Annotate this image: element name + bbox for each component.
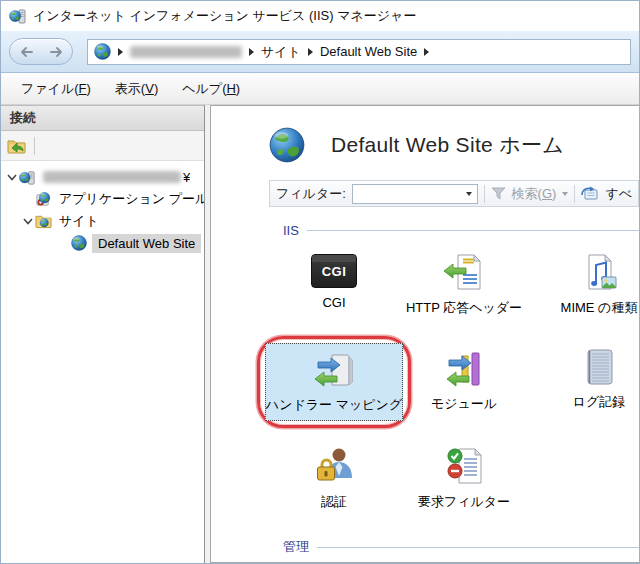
filterbar-separator xyxy=(574,185,575,203)
navigation-toolbar: サイト Default Web Site xyxy=(1,31,639,73)
server-icon xyxy=(19,169,36,186)
forward-button[interactable] xyxy=(49,45,65,59)
sites-folder-icon xyxy=(35,214,52,229)
server-name-blurred xyxy=(43,171,181,183)
search-close: ) xyxy=(552,186,556,201)
tree-node-sites[interactable]: サイト xyxy=(1,210,204,232)
feature-authentication[interactable]: 認証 xyxy=(269,434,399,522)
feature-mime-types-label: MIME の種類 xyxy=(561,299,638,317)
section-iis: IIS xyxy=(283,223,639,238)
red-highlight-annotation: ハンドラー マッピング xyxy=(257,336,411,428)
request-filtering-icon xyxy=(444,446,484,486)
connections-panel: 接続 xyxy=(1,105,205,563)
window-title: インターネット インフォメーション サービス (IIS) マネージャー xyxy=(33,7,416,25)
menu-help-close: ) xyxy=(236,81,240,96)
chevron-down-icon[interactable] xyxy=(21,214,35,228)
sites-label: サイト xyxy=(59,212,99,230)
tree-node-server[interactable]: ¥ xyxy=(1,166,204,188)
page-title: Default Web Site ホーム xyxy=(331,131,564,159)
feature-grid-row2: ハンドラー マッピング xyxy=(269,330,639,434)
breadcrumb-arrow-icon[interactable] xyxy=(249,48,254,56)
section-divider xyxy=(317,547,639,548)
feature-modules[interactable]: モジュール xyxy=(399,330,529,418)
application-pools-label: アプリケーション プール xyxy=(59,190,204,208)
feature-cgi-label: CGI xyxy=(322,295,345,310)
menu-file[interactable]: ファイル(F) xyxy=(11,76,101,102)
show-all-button[interactable]: すべ xyxy=(605,185,632,203)
section-management-label: 管理 xyxy=(283,538,309,556)
breadcrumb-globe-icon xyxy=(94,43,111,60)
feature-request-filtering[interactable]: 要求フィルター xyxy=(399,434,529,522)
section-iis-label: IIS xyxy=(283,223,299,238)
menu-view-text: 表示( xyxy=(115,81,145,96)
feature-grid-row3: 認証 xyxy=(269,434,639,522)
show-all-icon xyxy=(581,186,599,201)
breadcrumb-default-web-site[interactable]: Default Web Site xyxy=(320,44,417,59)
connections-toolbar xyxy=(1,131,204,161)
connections-header: 接続 xyxy=(1,105,204,131)
filter-combobox[interactable] xyxy=(352,184,478,204)
feature-modules-label: モジュール xyxy=(431,395,497,413)
menu-file-close: ) xyxy=(87,81,91,96)
section-management: 管理 xyxy=(283,538,639,556)
breadcrumb-arrow-icon[interactable] xyxy=(308,48,313,56)
feature-mime-types[interactable]: MIME の種類 xyxy=(529,242,639,330)
feature-handler-mappings-cell: ハンドラー マッピング xyxy=(269,330,399,428)
connections-tree: ¥ アプリケーション プール xyxy=(1,161,204,563)
filter-label: フィルター: xyxy=(276,185,346,203)
feature-http-response-headers-label: HTTP 応答ヘッダー xyxy=(406,299,522,317)
cgi-icon: CGI xyxy=(311,254,357,288)
mime-types-icon xyxy=(579,254,619,292)
filter-funnel-icon xyxy=(491,187,506,200)
main-panel: Default Web Site ホーム フィルター: 検索(G) xyxy=(210,105,639,563)
app-icon xyxy=(9,7,27,25)
menu-help[interactable]: ヘルプ(H) xyxy=(172,76,250,102)
toolbar-separator xyxy=(34,137,35,155)
search-dropdown-icon[interactable] xyxy=(562,192,568,196)
feature-authentication-label: 認証 xyxy=(321,493,347,511)
site-globe-icon xyxy=(71,235,87,251)
authentication-icon xyxy=(314,446,354,486)
menu-file-text: ファイル( xyxy=(21,81,79,96)
menu-view[interactable]: 表示(V) xyxy=(105,76,168,102)
menu-file-key: F xyxy=(79,81,87,96)
feature-logging-label: ログ記録 xyxy=(573,393,626,411)
logging-icon xyxy=(582,348,616,386)
breadcrumb-arrow-icon[interactable] xyxy=(118,48,123,56)
feature-handler-mappings[interactable]: ハンドラー マッピング xyxy=(265,343,403,421)
chevron-down-icon[interactable] xyxy=(5,170,19,184)
feature-handler-mappings-label: ハンドラー マッピング xyxy=(266,396,402,414)
feature-grid-row1: CGI CGI xyxy=(269,242,639,330)
title-bar: インターネット インフォメーション サービス (IIS) マネージャー xyxy=(1,1,639,31)
search-text: 検索( xyxy=(512,186,542,201)
site-home-globe-icon xyxy=(269,127,305,163)
breadcrumb-sites[interactable]: サイト xyxy=(261,43,301,61)
nav-back-forward xyxy=(9,38,73,65)
content-area: 接続 xyxy=(1,105,639,563)
tree-node-default-web-site[interactable]: Default Web Site xyxy=(1,232,204,254)
save-connection-icon[interactable] xyxy=(7,138,26,154)
default-web-site-label: Default Web Site xyxy=(92,234,201,253)
tree-node-application-pools[interactable]: アプリケーション プール xyxy=(1,188,204,210)
filter-toolbar: フィルター: 検索(G) xyxy=(269,180,639,207)
feature-logging[interactable]: ログ記録 xyxy=(529,330,639,418)
breadcrumb-arrow-icon[interactable] xyxy=(424,48,429,56)
section-divider xyxy=(307,230,639,231)
menu-help-key: H xyxy=(226,81,235,96)
search-button[interactable]: 検索(G) xyxy=(512,185,557,203)
handler-mappings-icon xyxy=(312,352,356,390)
modules-icon xyxy=(445,350,483,388)
combo-dropdown-icon[interactable] xyxy=(466,192,472,196)
feature-http-response-headers[interactable]: HTTP 応答ヘッダー xyxy=(399,242,529,330)
application-pools-icon xyxy=(35,191,52,208)
back-button[interactable] xyxy=(18,45,34,59)
feature-cgi[interactable]: CGI CGI xyxy=(269,242,399,330)
breadcrumb-bar[interactable]: サイト Default Web Site xyxy=(87,39,631,65)
breadcrumb-server-blurred[interactable] xyxy=(130,46,242,58)
menu-bar: ファイル(F) 表示(V) ヘルプ(H) xyxy=(1,73,639,105)
filterbar-separator xyxy=(484,185,485,203)
page-header: Default Web Site ホーム xyxy=(269,122,639,168)
menu-help-text: ヘルプ( xyxy=(182,81,226,96)
server-name-suffix: ¥ xyxy=(183,170,190,185)
search-key: G xyxy=(542,186,552,201)
